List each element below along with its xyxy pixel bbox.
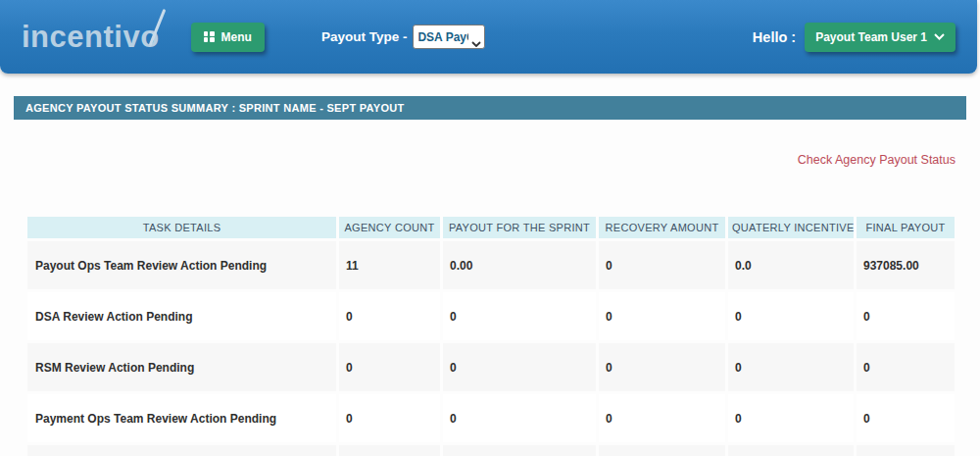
section-title-bar: AGENCY PAYOUT STATUS SUMMARY : SPRINT NA… — [14, 96, 966, 120]
column-header: PAYOUT FOR THE SPRINT — [443, 217, 596, 238]
column-header: RECOVERY AMOUNT — [599, 217, 725, 238]
column-header: FINAL PAYOUT — [857, 217, 955, 238]
cell-value: 0 — [599, 394, 725, 442]
cell-empty — [27, 445, 336, 456]
cell-empty — [599, 445, 725, 456]
user-menu-label: Payout Team User 1 — [815, 30, 927, 44]
cell-value: 0 — [599, 241, 725, 289]
table-wrap: TASK DETAILSAGENCY COUNTPAYOUT FOR THE S… — [24, 214, 957, 456]
cell-value: 0 — [728, 292, 854, 340]
app-logo: incentivo — [22, 20, 166, 55]
cell-value: 0 — [857, 343, 955, 391]
table-row: DSA Review Action Pending00000 — [27, 292, 955, 340]
cell-value: 0 — [443, 343, 596, 391]
link-row: Check Agency Payout Status — [0, 150, 956, 168]
payout-type-select-wrap: DSA PayOut — [413, 25, 485, 49]
table-row: Payment Ops Team Review Action Pending00… — [27, 394, 955, 442]
app-logo-text: incentivo — [22, 20, 160, 54]
table-body: Payout Ops Team Review Action Pending110… — [27, 241, 955, 456]
cell-value: 937085.00 — [857, 241, 955, 289]
table-row-partial — [27, 445, 955, 456]
cell-empty — [857, 445, 955, 456]
cell-value: 0 — [728, 394, 854, 442]
payout-type-group: Payout Type - DSA PayOut — [321, 25, 486, 49]
cell-empty — [339, 445, 440, 456]
column-header: AGENCY COUNT — [339, 217, 440, 238]
cell-value: 0.00 — [443, 241, 596, 289]
hello-label: Hello : — [753, 29, 796, 45]
cell-task: RSM Review Action Pending — [27, 343, 336, 391]
payout-type-label: Payout Type - — [321, 29, 408, 44]
section-title: AGENCY PAYOUT STATUS SUMMARY : SPRINT NA… — [25, 102, 405, 114]
user-menu-button[interactable]: Payout Team User 1 — [805, 23, 956, 52]
cell-task: Payout Ops Team Review Action Pending — [27, 241, 336, 289]
cell-value: 0 — [728, 343, 854, 391]
cell-value: 0 — [339, 292, 440, 340]
column-header: QUATERLY INCENTIVE — [728, 217, 854, 238]
cell-value: 0 — [443, 292, 596, 340]
table-header: TASK DETAILSAGENCY COUNTPAYOUT FOR THE S… — [27, 217, 955, 238]
table-header-row: TASK DETAILSAGENCY COUNTPAYOUT FOR THE S… — [27, 217, 955, 238]
payout-type-select[interactable]: DSA PayOut — [413, 25, 485, 49]
cell-value: 11 — [339, 241, 440, 289]
cell-value: 0 — [443, 394, 596, 442]
cell-value: 0 — [599, 343, 725, 391]
cell-value: 0 — [857, 292, 955, 340]
user-area: Hello : Payout Team User 1 — [753, 23, 956, 52]
cell-task: DSA Review Action Pending — [27, 292, 336, 340]
cell-value: 0 — [857, 394, 955, 442]
payout-status-table: TASK DETAILSAGENCY COUNTPAYOUT FOR THE S… — [24, 214, 957, 456]
top-navbar: incentivo Menu Payout Type - DSA PayOut … — [0, 0, 977, 74]
check-agency-payout-status-link[interactable]: Check Agency Payout Status — [798, 153, 956, 167]
cell-task: Payment Ops Team Review Action Pending — [27, 394, 336, 442]
table-row: RSM Review Action Pending00000 — [27, 343, 955, 391]
menu-grid-icon — [204, 31, 215, 42]
chevron-down-icon — [934, 33, 945, 40]
menu-button-label: Menu — [221, 30, 252, 44]
column-header: TASK DETAILS — [27, 217, 336, 238]
cell-value: 0 — [599, 292, 725, 340]
cell-empty — [443, 445, 596, 456]
cell-value: 0 — [339, 343, 440, 391]
cell-value: 0.0 — [728, 241, 854, 289]
menu-button[interactable]: Menu — [191, 23, 265, 52]
cell-empty — [728, 445, 854, 456]
table-row: Payout Ops Team Review Action Pending110… — [27, 241, 955, 289]
cell-value: 0 — [339, 394, 440, 442]
